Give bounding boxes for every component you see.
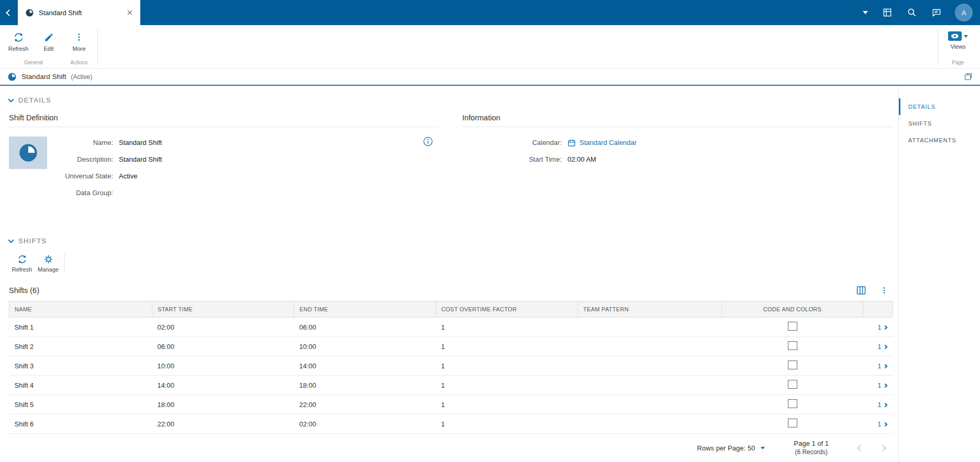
gear-icon: [43, 254, 53, 264]
cell-end-time: 06:00: [294, 318, 436, 337]
cell-name: Shift 2: [9, 337, 152, 356]
record-image: [9, 137, 47, 169]
color-box[interactable]: [788, 360, 797, 369]
table-row: Shift 206:0010:0011: [9, 337, 893, 356]
row-open-link[interactable]: 1: [863, 376, 893, 395]
cell-name: Shift 1: [9, 318, 152, 337]
column-header-name[interactable]: NAME: [9, 301, 152, 318]
edit-button[interactable]: Edit: [34, 28, 64, 58]
description-value: Standard Shift: [119, 154, 162, 165]
column-header-team-pattern[interactable]: TEAM PATTERN: [578, 301, 722, 318]
rows-per-page-select[interactable]: Rows per Page: 50: [697, 444, 765, 452]
universal-state-label: Universal State:: [61, 171, 113, 182]
cell-start-time: 02:00: [152, 318, 294, 337]
shifts-table: NAME START TIME END TIME COST OVERTIME F…: [9, 301, 893, 434]
refresh-button-label: Refresh: [8, 46, 29, 52]
calendar-label: Calendar:: [462, 138, 562, 148]
refresh-icon: [13, 31, 24, 43]
cell-end-time: 18:00: [294, 376, 436, 395]
table-more-icon[interactable]: [880, 286, 888, 295]
search-icon[interactable]: [907, 7, 917, 18]
ribbon-separator: [938, 29, 938, 66]
chevron-left-icon: [6, 9, 13, 16]
color-box[interactable]: [788, 322, 797, 331]
chevron-down-icon[interactable]: [863, 11, 868, 14]
column-header-end-time[interactable]: END TIME: [294, 301, 436, 318]
avatar[interactable]: A: [956, 5, 972, 20]
cell-code-and-colors: [722, 318, 863, 337]
column-header-start-time[interactable]: START TIME: [152, 301, 294, 318]
description-label: Description:: [61, 154, 113, 165]
color-box[interactable]: [788, 419, 797, 427]
prev-page-button[interactable]: [857, 445, 864, 452]
shifts-refresh-button[interactable]: Refresh: [9, 253, 35, 273]
color-box[interactable]: [788, 399, 797, 408]
manage-button[interactable]: Manage: [35, 253, 61, 273]
table-row: Shift 102:0006:0011: [9, 318, 893, 337]
refresh-button[interactable]: Refresh: [3, 28, 34, 58]
info-icon[interactable]: [423, 137, 433, 148]
details-section-header[interactable]: DETAILS: [9, 96, 893, 104]
eye-icon: [948, 31, 962, 41]
ribbon-group-caption-general: General: [3, 58, 64, 68]
row-open-link[interactable]: 1: [863, 414, 893, 434]
universal-state-value: Active: [119, 171, 162, 182]
row-open-link[interactable]: 1: [863, 337, 893, 356]
cell-name: Shift 5: [9, 395, 152, 414]
column-header-cost-overtime-factor[interactable]: COST OVERTIME FACTOR: [436, 301, 578, 318]
more-button[interactable]: More: [64, 28, 94, 58]
chat-icon[interactable]: [931, 7, 942, 18]
cell-cost-overtime-factor: 1: [436, 337, 578, 356]
name-value: Standard Shift: [119, 138, 162, 148]
table-row: Shift 518:0022:0011: [9, 395, 893, 414]
back-button[interactable]: [0, 0, 18, 25]
calendar-icon: [567, 139, 576, 147]
views-button[interactable]: Views: [941, 28, 975, 58]
cell-cost-overtime-factor: 1: [436, 414, 578, 434]
more-button-label: More: [72, 46, 85, 52]
column-chooser-icon[interactable]: [856, 285, 866, 296]
close-icon[interactable]: [127, 9, 133, 16]
color-box[interactable]: [788, 341, 797, 350]
cell-team-pattern: [578, 337, 722, 356]
shifts-section-header[interactable]: SHIFTS: [9, 237, 893, 245]
status-badge: (Active): [71, 73, 93, 81]
column-header-code-and-colors[interactable]: CODE AND COLORS: [722, 301, 863, 318]
cell-code-and-colors: [722, 356, 863, 376]
cell-end-time: 02:00: [294, 414, 436, 434]
tab-standard-shift[interactable]: Standard Shift: [18, 0, 140, 25]
cell-code-and-colors: [722, 414, 863, 434]
ribbon-group-general: Refresh Edit General: [3, 28, 64, 68]
table-header-row: NAME START TIME END TIME COST OVERTIME F…: [9, 301, 893, 318]
sidebar-item-details[interactable]: DETAILS: [899, 98, 980, 115]
row-open-link[interactable]: 1: [863, 356, 893, 376]
shift-definition-group: Shift Definition Name: Standard Shift De…: [9, 114, 439, 198]
table-row: Shift 310:0014:0011: [9, 356, 893, 376]
row-open-link[interactable]: 1: [863, 318, 893, 337]
apps-icon[interactable]: [882, 7, 893, 18]
restore-icon[interactable]: [964, 72, 973, 81]
chevron-right-icon: [883, 402, 887, 407]
calendar-link[interactable]: Standard Calendar: [580, 138, 637, 148]
chevron-down-icon: [8, 96, 14, 102]
color-box[interactable]: [788, 380, 797, 389]
sidebar-item-shifts[interactable]: SHIFTS: [899, 115, 980, 132]
cell-code-and-colors: [722, 376, 863, 395]
ribbon-group-actions: More Actions: [64, 28, 94, 68]
information-group: Information Calendar: Standard Calendar …: [462, 114, 893, 198]
cell-cost-overtime-factor: 1: [436, 356, 578, 376]
row-open-link[interactable]: 1: [863, 395, 893, 414]
cell-start-time: 14:00: [152, 376, 294, 395]
column-header-actions: [863, 301, 893, 318]
page-info: Page 1 of 1: [794, 439, 829, 448]
next-page-button[interactable]: [879, 445, 886, 452]
records-info: (6 Records): [794, 448, 829, 457]
pagination: Rows per Page: 50 Page 1 of 1 (6 Records…: [9, 439, 893, 457]
cell-cost-overtime-factor: 1: [436, 395, 578, 414]
shifts-toolbar: Refresh Manage: [9, 253, 893, 273]
chevron-right-icon: [883, 344, 887, 348]
shifts-table-title: Shifts (6): [9, 286, 39, 295]
topbar: Standard Shift A: [0, 0, 980, 25]
ribbon-group-page: Views Page: [941, 28, 975, 68]
sidebar-item-attachments[interactable]: ATTACHMENTS: [899, 132, 980, 149]
